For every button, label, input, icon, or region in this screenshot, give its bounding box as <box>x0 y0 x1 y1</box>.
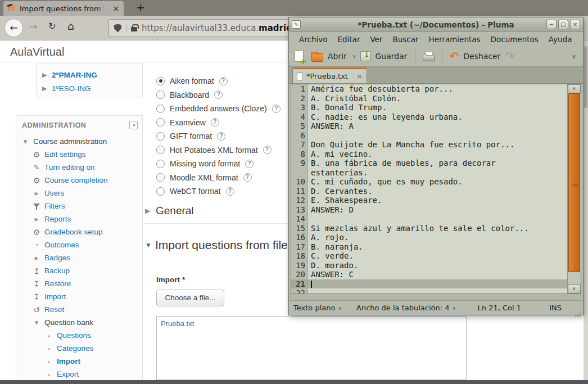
editor-line[interactable]: 16A. rojo. <box>291 233 567 242</box>
bullet-icon[interactable] <box>44 358 53 365</box>
radio-button[interactable] <box>156 91 165 99</box>
document-tab[interactable]: *Prueba.txt × <box>292 67 367 83</box>
gear-icon[interactable] <box>32 228 41 236</box>
menu-archivo[interactable]: Archivo <box>294 35 332 44</box>
url-bar[interactable]: https://aulavirtual33.educa.madrid.org <box>108 19 294 37</box>
help-icon[interactable]: ? <box>263 146 272 154</box>
tree-item-label[interactable]: Reports <box>44 215 71 223</box>
scrollbar-thumb[interactable] <box>568 93 580 272</box>
toolbar-overflow-icon[interactable]: ∨ <box>572 53 576 60</box>
radio-button[interactable] <box>156 118 165 127</box>
bullet-icon[interactable] <box>44 371 53 378</box>
backup-icon[interactable] <box>32 267 41 275</box>
radio-button[interactable] <box>156 187 165 196</box>
selected-file-link[interactable]: Prueba.txt <box>161 319 194 328</box>
site-title[interactable]: AulaVirtual <box>10 46 64 58</box>
new-document-icon[interactable] <box>295 51 304 62</box>
editor-line[interactable]: 20ANSWER: C <box>291 270 567 279</box>
line-text[interactable]: C. nadie: es una leyenda urbana. <box>308 112 567 122</box>
save-icon[interactable] <box>360 51 370 61</box>
editor-line[interactable]: 4C. nadie: es una leyenda urbana. <box>291 112 567 122</box>
browser-tab[interactable]: m Import questions from f × <box>3 1 124 16</box>
tracking-shield-icon[interactable] <box>114 24 121 33</box>
caret-down-icon[interactable] <box>32 319 41 326</box>
choose-file-button[interactable]: Choose a file... <box>156 290 224 306</box>
help-icon[interactable]: ? <box>226 187 234 196</box>
open-dropdown-icon[interactable]: ∨ <box>352 53 356 59</box>
line-text[interactable]: B. naranja. <box>308 242 567 252</box>
editor-line[interactable]: 13ANSWER: D <box>291 205 567 215</box>
filter-icon[interactable] <box>32 202 41 210</box>
minimize-button[interactable]: − <box>546 20 557 29</box>
radio-button[interactable] <box>156 160 165 168</box>
import-section-heading[interactable]: ▼ Import questions from file <box>145 238 288 252</box>
document-tab-close-icon[interactable]: × <box>356 73 363 80</box>
course-link[interactable]: 2ºPMAR-ING <box>52 71 97 79</box>
tree-item-label[interactable]: Gradebook setup <box>44 228 103 236</box>
tree-item-label[interactable]: Categories <box>57 344 93 353</box>
undo-button-label[interactable]: Deshacer <box>463 52 500 61</box>
caret-right-icon[interactable] <box>32 254 41 261</box>
line-text[interactable]: C. verde. <box>308 251 567 261</box>
editor-line[interactable]: 9B. una fábrica de muebles, para decorar… <box>291 159 567 177</box>
dock-block-icon[interactable]: ◂ <box>129 121 138 129</box>
editor-line[interactable]: 14 <box>291 214 567 224</box>
tree-item-label[interactable]: Badges <box>44 254 70 262</box>
editor-line[interactable]: 8A. mi vecino. <box>291 150 567 159</box>
line-text[interactable]: ANSWER: A <box>308 121 567 131</box>
line-text[interactable]: A. Cristóbal Colón. <box>308 94 567 103</box>
editor-line[interactable]: 2A. Cristóbal Colón. <box>291 94 567 103</box>
line-text[interactable]: E. Shakespeare. <box>308 196 567 205</box>
back-button[interactable]: ← <box>4 19 23 37</box>
help-icon[interactable]: ? <box>211 118 219 127</box>
forward-button[interactable]: → <box>29 21 37 32</box>
help-icon[interactable]: ? <box>214 91 223 99</box>
tree-item-label[interactable]: Backup <box>44 266 70 275</box>
help-icon[interactable]: ? <box>219 77 228 85</box>
tab-close-icon[interactable]: × <box>112 4 119 12</box>
reload-button[interactable]: ↻ <box>48 21 56 31</box>
open-folder-icon[interactable] <box>311 53 323 62</box>
open-button-label[interactable]: Abrir <box>328 52 347 61</box>
line-text[interactable]: D. Cervantes. <box>308 187 567 196</box>
editor-line[interactable]: 10C. mi cuñado, que es muy pesado. <box>291 177 567 187</box>
tree-item-label[interactable]: Questions <box>57 331 91 340</box>
close-button[interactable]: × <box>570 20 580 29</box>
menu-ver[interactable]: Ver <box>365 35 387 44</box>
menu-herramientas[interactable]: Herramientas <box>424 35 486 44</box>
editor-line[interactable]: 19D. morado. <box>291 261 567 270</box>
help-icon[interactable]: ? <box>243 173 252 182</box>
help-icon[interactable]: ? <box>245 160 254 168</box>
pluma-editor[interactable]: 1América fue descubierta por...2A. Crist… <box>291 84 581 294</box>
editor-horizontal-scrollbar[interactable] <box>291 294 581 300</box>
editor-line[interactable]: 6 <box>291 131 567 141</box>
print-icon[interactable] <box>423 54 435 61</box>
tree-item-label[interactable]: Turn editing on <box>44 163 95 171</box>
tree-item-label[interactable]: Outcomes <box>44 241 79 249</box>
gear-icon[interactable] <box>32 177 41 184</box>
line-text[interactable]: América fue descubierta por... <box>308 84 567 94</box>
tree-item-label[interactable]: Import <box>44 292 66 301</box>
course-link[interactable]: 1ºESO-ING <box>52 84 91 93</box>
caret-right-icon[interactable] <box>32 215 41 223</box>
menu-editar[interactable]: Editar <box>332 35 365 44</box>
resize-grip[interactable] <box>580 311 581 313</box>
line-text[interactable] <box>308 214 567 224</box>
radio-button[interactable] <box>156 77 165 85</box>
line-text[interactable]: Si mezclas azul y amarillo te sale el co… <box>308 224 567 233</box>
menu-ayuda[interactable]: Ayuda <box>544 35 577 44</box>
pencil-icon[interactable] <box>32 164 41 171</box>
save-button-label[interactable]: Guardar <box>375 52 407 61</box>
caret-right-icon[interactable]: ▶ <box>42 71 48 79</box>
line-text[interactable]: B. Donald Trump. <box>308 103 567 112</box>
line-text[interactable] <box>308 288 567 293</box>
bullet-icon[interactable] <box>44 332 53 339</box>
tree-item-label[interactable]: Reset <box>44 305 64 314</box>
editor-line[interactable]: 17B. naranja. <box>291 242 567 252</box>
tree-item-label[interactable]: Import <box>57 357 80 365</box>
menu-buscar[interactable]: Buscar <box>387 35 423 44</box>
tree-item-label[interactable]: Question bank <box>44 318 93 327</box>
restore-icon[interactable] <box>32 280 41 288</box>
line-text[interactable]: ANSWER: C <box>308 270 567 279</box>
tab-width-dropdown[interactable]: Ancho de la tabulación: 4∨ <box>356 304 456 312</box>
